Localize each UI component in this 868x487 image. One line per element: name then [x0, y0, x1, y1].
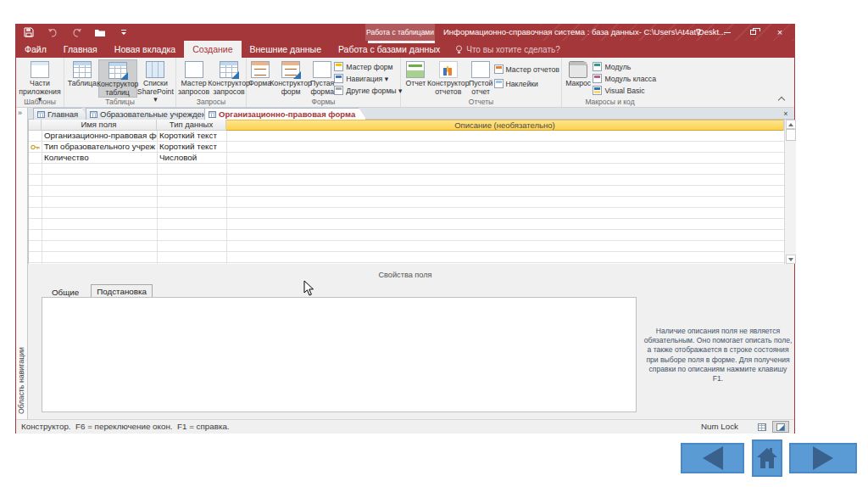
- data-type-cell[interactable]: Короткий текст: [157, 131, 226, 142]
- status-bar: Конструктор. F6 = переключение окон. F1 …: [16, 419, 794, 434]
- labels-button[interactable]: Наклейки: [494, 79, 559, 88]
- table-tab-icon: [90, 111, 97, 118]
- next-arrow-icon: [813, 446, 833, 470]
- table-design-grid: Имя поля Тип данных Описание (необязател…: [28, 120, 784, 264]
- doc-tab-legal-form[interactable]: Организационно-правовая форма: [204, 108, 366, 120]
- restore-button[interactable]: [742, 24, 764, 41]
- slide-back-button[interactable]: [681, 443, 744, 473]
- module-button[interactable]: Модуль: [593, 62, 656, 71]
- tab-database-tools[interactable]: Работа с базами данных: [330, 41, 448, 58]
- description-header: Описание (необязательно): [226, 120, 784, 131]
- form-design-icon: [281, 61, 300, 78]
- navigation-button[interactable]: Навигация ▾: [334, 74, 402, 83]
- table-design-button[interactable]: Конструктор таблиц: [98, 59, 137, 98]
- field-name-cell[interactable]: Организационно-правовая фо: [42, 131, 157, 142]
- small-button-label: Мастер отчетов: [506, 65, 559, 74]
- mouse-cursor: [303, 280, 315, 300]
- form-button[interactable]: Форма: [248, 59, 271, 88]
- data-type-cell[interactable]: Числовой: [157, 153, 226, 164]
- tab-external-data[interactable]: Внешние данные: [242, 41, 330, 58]
- blank-report-icon: [471, 61, 490, 78]
- row-selector[interactable]: [29, 131, 42, 142]
- collapse-ribbon-icon[interactable]: [778, 96, 784, 102]
- form-wizard-icon: [334, 62, 343, 71]
- field-properties-label: Свойства поля: [28, 271, 782, 279]
- minimize-button[interactable]: [716, 24, 738, 41]
- contextual-tab-table-tools[interactable]: Работа с таблицами: [365, 24, 435, 41]
- field-row-institution-type[interactable]: Тип образовательного учреж Короткий текс…: [29, 142, 784, 153]
- help-button[interactable]: ?: [687, 24, 709, 41]
- redo-icon[interactable]: [70, 26, 82, 38]
- table-button[interactable]: Таблица: [66, 59, 98, 88]
- macro-button[interactable]: Макрос: [564, 59, 593, 88]
- form-wizard-button[interactable]: Мастер форм: [334, 62, 402, 71]
- field-row-quantity[interactable]: Количество Числовой: [29, 153, 784, 164]
- data-type-cell[interactable]: Короткий текст: [157, 142, 226, 153]
- query-wizard-button[interactable]: Мастер запросов: [178, 59, 209, 96]
- property-sheet[interactable]: [42, 297, 637, 412]
- tab-file[interactable]: Файл: [16, 41, 55, 58]
- open-folder-icon[interactable]: [94, 26, 106, 38]
- ribbon-button-label: Конструктор форм: [270, 80, 312, 96]
- query-design-button[interactable]: Конструктор запросов: [209, 59, 248, 96]
- tell-me-box[interactable]: Что вы хотите сделать?: [448, 41, 567, 58]
- small-button-label: Навигация ▾: [346, 75, 388, 83]
- grid-vertical-scrollbar[interactable]: [784, 120, 796, 264]
- form-design-button[interactable]: Конструктор форм: [271, 59, 310, 96]
- close-button[interactable]: ×: [769, 24, 791, 41]
- close-document-icon[interactable]: ×: [781, 108, 791, 119]
- table-icon: [73, 61, 92, 78]
- field-name-cell[interactable]: Тип образовательного учреж: [42, 142, 157, 153]
- scroll-down-icon[interactable]: [786, 255, 796, 264]
- report-icon: [406, 61, 425, 78]
- slide-home-button[interactable]: [752, 439, 782, 477]
- query-wizard-icon: [185, 61, 203, 78]
- grid-body: Организационно-правовая фо Короткий текс…: [29, 131, 784, 264]
- scrollbar-thumb[interactable]: [786, 129, 796, 141]
- small-button-label: Мастер форм: [346, 63, 392, 71]
- triangle-down: [788, 258, 793, 261]
- ribbon-button-label: Конструктор таблиц: [97, 81, 139, 97]
- navigation-icon: [334, 74, 343, 83]
- navigation-pane-collapsed[interactable]: » Область навигации: [16, 108, 28, 419]
- tab-new-tab[interactable]: Новая вкладка: [106, 41, 184, 58]
- sharepoint-lists-icon: [146, 61, 164, 78]
- undo-icon[interactable]: [47, 26, 58, 38]
- row-selector[interactable]: [29, 142, 42, 153]
- report-wizard-button[interactable]: Мастер отчетов: [494, 64, 559, 74]
- ribbon-button-label: Отчет: [405, 80, 426, 88]
- row-selector[interactable]: [29, 153, 42, 164]
- scroll-up-icon[interactable]: [786, 120, 796, 129]
- field-row-legal-form[interactable]: Организационно-правовая фо Короткий текс…: [29, 131, 784, 142]
- group-label-templates: Шаблоны: [16, 98, 64, 106]
- report-button[interactable]: Отчет: [403, 59, 429, 88]
- tab-create[interactable]: Создание: [184, 41, 241, 58]
- field-name-cell[interactable]: Количество: [42, 153, 157, 164]
- other-forms-button[interactable]: Другие формы ▾: [334, 86, 402, 95]
- report-design-button[interactable]: Конструктор отчетов: [429, 59, 468, 96]
- minimize-icon: [724, 32, 731, 33]
- blank-form-button[interactable]: Пустая форма: [310, 59, 334, 96]
- datasheet-view-button[interactable]: [754, 421, 771, 433]
- group-label-reports: Отчеты: [401, 98, 561, 106]
- design-view-button[interactable]: [772, 421, 789, 433]
- ribbon-group-queries: Мастер запросов Конструктор запросов Зап…: [176, 58, 247, 107]
- data-type-header: Тип данных: [157, 120, 226, 131]
- small-button-label: Модуль класса: [604, 75, 656, 83]
- ribbon-group-forms: Форма Конструктор форм Пустая форма Маст…: [247, 58, 401, 107]
- small-button-label: Visual Basic: [604, 87, 644, 95]
- doc-tab-main-form[interactable]: Главная: [33, 108, 89, 120]
- ribbon-group-reports: Отчет Конструктор отчетов Пустой отчет М…: [401, 58, 562, 107]
- class-module-button[interactable]: Модуль класса: [593, 74, 656, 83]
- quick-access-toolbar: [23, 25, 130, 39]
- save-icon[interactable]: [23, 26, 35, 38]
- small-button-label: Модуль: [604, 63, 631, 71]
- description-help-text: Наличие описания поля не является обязат…: [643, 327, 793, 383]
- expand-nav-pane-icon[interactable]: »: [18, 109, 22, 117]
- tab-home[interactable]: Главная: [55, 41, 106, 58]
- blank-report-button[interactable]: Пустой отчет: [468, 59, 494, 96]
- restore-icon: [750, 30, 756, 35]
- customize-qat-icon[interactable]: [118, 26, 130, 38]
- slide-next-button[interactable]: [789, 443, 857, 473]
- visual-basic-button[interactable]: Visual Basic: [593, 86, 656, 95]
